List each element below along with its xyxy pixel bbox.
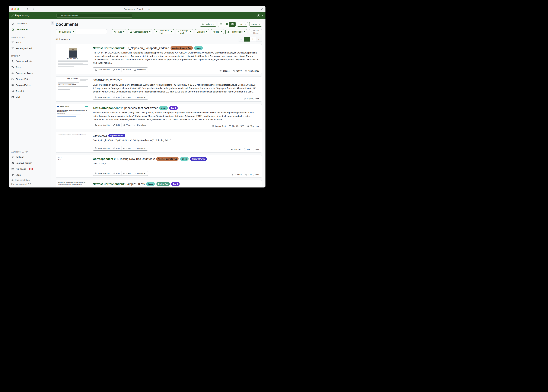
document-thumbnail[interactable]: BANK OF SCOTLAND 2,0 % p. a. auf Ihr Tag… xyxy=(56,77,90,101)
view-button[interactable]: View xyxy=(122,171,132,175)
document-thumbnail[interactable]: Serial Number,Company Name,Employee Mark… xyxy=(56,180,90,188)
correspondent-link[interactable]: Test Correspondent 1 xyxy=(93,106,122,110)
sidebar-item-templates[interactable]: Templates xyxy=(9,88,51,94)
date-meta[interactable]: Aug 9, 2023 xyxy=(245,70,259,72)
view-button[interactable]: View xyxy=(122,95,132,99)
brand[interactable]: Paperless-ngx xyxy=(9,14,51,17)
edit-button[interactable]: Edit xyxy=(111,171,122,175)
more-like-this-button[interactable]: More like this xyxy=(93,171,112,175)
document-thumbnail[interactable]: NAPOLEON BONAPARTE xyxy=(56,44,90,74)
zoom-window-button[interactable] xyxy=(17,8,19,10)
notes-meta[interactable]: 1 Notes xyxy=(232,174,242,176)
edit-button[interactable]: Edit xyxy=(111,146,122,150)
correspondent-link[interactable]: Newest Correspondent xyxy=(93,182,124,186)
document-title-link[interactable]: tablerates2 xyxy=(93,134,107,137)
sidebar-item-custom-fields[interactable]: Custom Fields xyxy=(9,82,51,88)
correspondent-filter-button[interactable]: Correspondent xyxy=(128,29,152,34)
sidebar-item-mail[interactable]: Mail xyxy=(9,94,51,100)
owner-meta[interactable]: Test User xyxy=(247,125,259,127)
tag-pill[interactable]: Tag 2 xyxy=(171,182,180,186)
storage-path-filter-button[interactable]: Storage path xyxy=(176,29,193,34)
document-thumbnail[interactable]: Country,Region/State,"Zip/Postal Code","… xyxy=(56,132,90,152)
document-type-filter-button[interactable]: Document type xyxy=(154,29,174,34)
tag-pill[interactable]: Inbox xyxy=(146,182,155,186)
edit-button[interactable]: Edit xyxy=(111,95,122,99)
document-title-link[interactable]: Correspondent 9: 1 Testing New Title Upd… xyxy=(93,157,155,161)
pagination-prev[interactable]: « xyxy=(238,37,244,42)
sidebar-item-document-types[interactable]: Document Types xyxy=(9,70,51,76)
document-title-link[interactable]: Newest Correspondent: H7_Napoleon_Bonapa… xyxy=(93,46,169,50)
more-like-this-button[interactable]: More like this xyxy=(93,95,112,99)
sidebar-collapse-button[interactable]: « xyxy=(51,21,54,25)
download-button[interactable]: Download xyxy=(132,123,148,127)
more-like-this-button[interactable]: More like this xyxy=(93,68,112,72)
document-title-link[interactable]: Test Correspondent 1: [paperless] test p… xyxy=(93,106,158,110)
sidebar-item-correspondents[interactable]: Correspondents xyxy=(9,58,51,64)
pagination-page-2[interactable]: 2 xyxy=(250,37,256,42)
pagination-page-1[interactable]: 1 xyxy=(244,37,250,42)
document-thumbnail[interactable]: one,1.0 five,5.0 xyxy=(56,155,90,177)
download-button[interactable]: Download xyxy=(132,95,148,99)
document-title-link[interactable]: Newest Correspondent: Sample100.csv xyxy=(93,182,145,186)
date-meta[interactable]: Dec 11, 2022 xyxy=(244,148,259,151)
sort-button[interactable]: Sort xyxy=(237,22,248,27)
date-meta[interactable]: May 30, 2023 xyxy=(244,98,259,100)
view-button[interactable]: View xyxy=(122,68,132,72)
sidebar-item-file-tasks[interactable]: File Tasks 16 xyxy=(9,166,51,172)
sidebar-item-logs[interactable]: Logs xyxy=(9,172,51,178)
grid-view-button[interactable] xyxy=(224,22,230,27)
tag-pill[interactable]: Inbox xyxy=(180,157,189,161)
filter-field-dropdown[interactable]: Title & content xyxy=(56,29,76,34)
created-filter-button[interactable]: Created xyxy=(195,29,209,34)
tag-pill[interactable]: Inbox xyxy=(159,106,168,110)
minimize-window-button[interactable] xyxy=(14,8,16,10)
select-button[interactable]: Select xyxy=(200,22,216,27)
tag-pill[interactable]: Another Sample Tag xyxy=(171,46,193,50)
download-button[interactable]: Download xyxy=(132,146,148,150)
sidebar-item-inbox[interactable]: Inbox xyxy=(9,39,51,45)
sidebar-item-storage-paths[interactable]: Storage Paths xyxy=(9,76,51,82)
added-filter-button[interactable]: Added xyxy=(211,29,224,34)
more-like-this-button[interactable]: More like this xyxy=(93,123,112,127)
share-icon[interactable] xyxy=(261,8,263,10)
view-button[interactable]: View xyxy=(122,123,132,127)
list-view-button[interactable] xyxy=(218,22,224,27)
edit-button[interactable]: Edit xyxy=(111,68,122,72)
tag-pill[interactable]: Inbox xyxy=(194,46,203,50)
filter-text-input[interactable] xyxy=(76,29,107,34)
notes-meta[interactable]: 1 Notes xyxy=(231,148,241,151)
close-window-button[interactable] xyxy=(11,8,13,10)
permissions-filter-button[interactable]: Permissions xyxy=(225,29,247,34)
tags-filter-button[interactable]: Tags xyxy=(112,29,127,34)
tag-pill[interactable]: Partial Tag xyxy=(156,182,170,186)
correspondent-link[interactable]: Correspondent 9 xyxy=(93,157,115,161)
more-like-this-button[interactable]: More like this xyxy=(93,146,112,150)
reset-filters-button[interactable]: Reset filters xyxy=(249,29,262,34)
tag-pill[interactable]: TagWithPartial xyxy=(108,134,125,137)
sidebar-item-documents[interactable]: Documents xyxy=(9,27,51,33)
documentation-link[interactable]: Documentation xyxy=(9,178,51,182)
sidebar-item-settings[interactable]: Settings xyxy=(9,154,51,160)
sidebar-item-recently-added[interactable]: Recently Added xyxy=(9,45,51,51)
download-button[interactable]: Download xyxy=(132,68,148,72)
tag-pill[interactable]: TagWithPartial xyxy=(190,157,207,161)
view-button[interactable]: View xyxy=(122,146,132,150)
correspondent-link[interactable]: Newest Correspondent xyxy=(93,46,124,49)
sidebar-item-users-groups[interactable]: Users & Groups xyxy=(9,160,51,166)
sidebar-item-dashboard[interactable]: Dashboard xyxy=(9,21,51,27)
document-type-meta[interactable]: Invoice Test xyxy=(212,125,226,127)
tag-pill[interactable]: Another Sample Tag xyxy=(156,157,178,161)
search-input[interactable] xyxy=(57,14,132,18)
edit-button[interactable]: Edit xyxy=(111,123,122,127)
date-meta[interactable]: Mar 25, 2023 xyxy=(229,125,244,127)
views-button[interactable]: Views xyxy=(249,22,262,27)
download-button[interactable]: Download xyxy=(132,171,148,175)
sidebar-item-tags[interactable]: Tags xyxy=(9,64,51,70)
back-icon[interactable] xyxy=(26,8,29,10)
pagination-next[interactable]: » xyxy=(256,37,262,42)
document-title-link[interactable]: 0004814539_20230531 xyxy=(93,79,123,82)
date-meta[interactable]: Oct 2, 2022 xyxy=(245,174,259,176)
detail-view-button[interactable] xyxy=(230,22,235,27)
document-thumbnail[interactable]: Medical Teacher Has the new Kirkpatrick … xyxy=(56,104,90,129)
user-menu[interactable] xyxy=(257,14,263,17)
